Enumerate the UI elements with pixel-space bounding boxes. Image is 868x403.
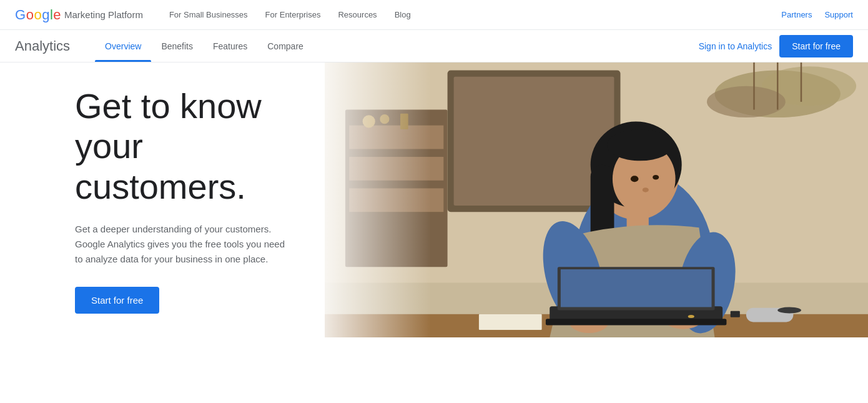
- svg-point-10: [707, 86, 786, 117]
- tab-overview[interactable]: Overview: [95, 30, 151, 62]
- svg-point-24: [607, 129, 673, 161]
- analytics-nav-right: Sign in to Analytics Start for free: [699, 35, 853, 57]
- tab-compare[interactable]: Compare: [257, 30, 313, 62]
- logo-l: l: [50, 7, 52, 23]
- tab-benefits[interactable]: Benefits: [151, 30, 203, 62]
- nav-blog[interactable]: Blog: [386, 10, 420, 19]
- svg-rect-36: [561, 269, 712, 307]
- top-navigation: Google Marketing Platform For Small Busi…: [0, 0, 868, 30]
- logo-o1: o: [26, 7, 34, 23]
- logo-e: e: [53, 7, 61, 23]
- hero-content: Get to know your customers. Get a deeper…: [0, 62, 325, 337]
- hero-section: Get to know your customers. Get a deeper…: [0, 62, 868, 337]
- svg-rect-40: [479, 314, 542, 330]
- nav-enterprises[interactable]: For Enterprises: [257, 10, 330, 19]
- analytics-tabs: Overview Benefits Features Compare: [95, 30, 313, 62]
- svg-point-41: [688, 315, 694, 318]
- platform-name: Marketing Platform: [64, 9, 143, 20]
- sign-in-link[interactable]: Sign in to Analytics: [699, 41, 772, 51]
- logo-g2: g: [42, 7, 49, 23]
- nav-resources[interactable]: Resources: [329, 10, 385, 19]
- nav-support[interactable]: Support: [824, 10, 853, 19]
- svg-point-25: [631, 176, 639, 182]
- hero-start-free-button[interactable]: Start for free: [75, 287, 159, 314]
- logo-g: G: [15, 7, 26, 23]
- start-for-free-button-nav[interactable]: Start for free: [779, 35, 853, 57]
- svg-rect-34: [546, 319, 727, 325]
- svg-rect-3: [454, 77, 614, 206]
- analytics-navigation: Analytics Overview Benefits Features Com…: [0, 30, 868, 62]
- google-logo[interactable]: Google: [15, 7, 61, 23]
- svg-point-26: [653, 175, 659, 180]
- top-nav-links: For Small Businesses For Enterprises Res…: [160, 10, 781, 19]
- svg-point-27: [643, 187, 649, 192]
- logo-area: Google Marketing Platform: [15, 7, 143, 23]
- nav-partners[interactable]: Partners: [781, 10, 812, 19]
- svg-point-39: [777, 307, 801, 313]
- logo-o2: o: [34, 7, 41, 23]
- analytics-brand: Analytics: [15, 38, 70, 54]
- nav-small-businesses[interactable]: For Small Businesses: [160, 10, 257, 19]
- below-hero: [0, 337, 868, 387]
- top-nav-right: Partners Support: [781, 10, 853, 19]
- tab-features[interactable]: Features: [203, 30, 257, 62]
- hero-description: Get a deeper understanding of your custo…: [75, 222, 287, 267]
- hero-overlay: [306, 62, 431, 337]
- hero-title: Get to know your customers.: [75, 86, 287, 207]
- svg-rect-38: [731, 311, 740, 317]
